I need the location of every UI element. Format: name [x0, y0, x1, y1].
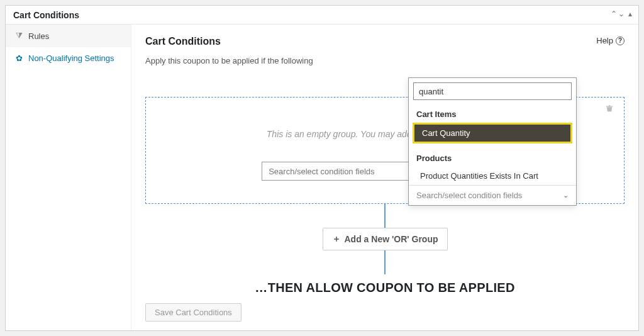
dropdown-footer[interactable]: Search/select condition fields ⌄ [409, 185, 576, 205]
select-placeholder: Search/select condition fields [269, 167, 374, 176]
sidebar: ⧩ Rules ✿ Non-Qualifying Settings [6, 25, 131, 330]
help-link[interactable]: Help ? [596, 36, 625, 45]
plus-icon: ＋ [332, 233, 341, 245]
panel-toggle-icon[interactable]: ▴ [628, 9, 632, 18]
cart-conditions-panel: Cart Conditions ⌃ ⌄ ▴ ⧩ Rules ✿ Non-Qual… [5, 5, 639, 331]
or-group-label: Add a New 'OR' Group [345, 234, 438, 244]
save-button[interactable]: Save Cart Conditions [145, 303, 242, 322]
condition-dropdown: quantit Cart Items Cart Quantity Product… [408, 77, 577, 206]
panel-toggle-group: ⌃ ⌄ ▴ [611, 9, 632, 18]
page-description: Apply this coupon to be applied if the f… [145, 56, 625, 65]
help-icon: ? [616, 36, 625, 45]
sidebar-item-label: Rules [28, 31, 49, 41]
chevron-down-icon: ⌄ [563, 191, 569, 199]
dropdown-group-products: Products [409, 148, 576, 167]
page-title: Cart Conditions [145, 36, 625, 47]
sidebar-item-non-qualifying[interactable]: ✿ Non-Qualifying Settings [6, 47, 131, 69]
connector-line [384, 250, 386, 274]
condition-select[interactable]: Search/select condition fields ⌄ [262, 162, 425, 181]
dropdown-option-cart-quantity[interactable]: Cart Quantity [413, 123, 572, 143]
sidebar-item-label: Non-Qualifying Settings [28, 53, 114, 63]
filter-icon: ⧩ [14, 31, 23, 41]
connector-line [384, 204, 386, 228]
trash-icon[interactable] [605, 104, 614, 115]
panel-body: ⧩ Rules ✿ Non-Qualifying Settings Help ?… [6, 25, 638, 330]
add-or-group-button[interactable]: ＋ Add a New 'OR' Group [323, 228, 448, 250]
then-allow-text: …THEN ALLOW COUPON TO BE APPLIED [145, 281, 625, 295]
connector-section: ＋ Add a New 'OR' Group [145, 204, 625, 274]
collapse-up-icon[interactable]: ⌃ [611, 9, 617, 18]
dropdown-group-cart-items: Cart Items [409, 104, 576, 123]
search-value: quantit [419, 87, 443, 96]
dropdown-option-product-quantities[interactable]: Product Quantities Exists In Cart [409, 167, 576, 185]
main-content: Help ? Cart Conditions Apply this coupon… [131, 25, 638, 330]
collapse-down-icon[interactable]: ⌄ [618, 9, 625, 18]
gear-icon: ✿ [14, 53, 23, 63]
panel-header: Cart Conditions ⌃ ⌄ ▴ [6, 6, 638, 25]
sidebar-item-rules[interactable]: ⧩ Rules [6, 25, 131, 47]
help-label: Help [596, 36, 613, 45]
dropdown-search-input[interactable]: quantit [413, 82, 572, 100]
panel-title: Cart Conditions [13, 10, 79, 20]
dropdown-footer-label: Search/select condition fields [416, 191, 522, 200]
